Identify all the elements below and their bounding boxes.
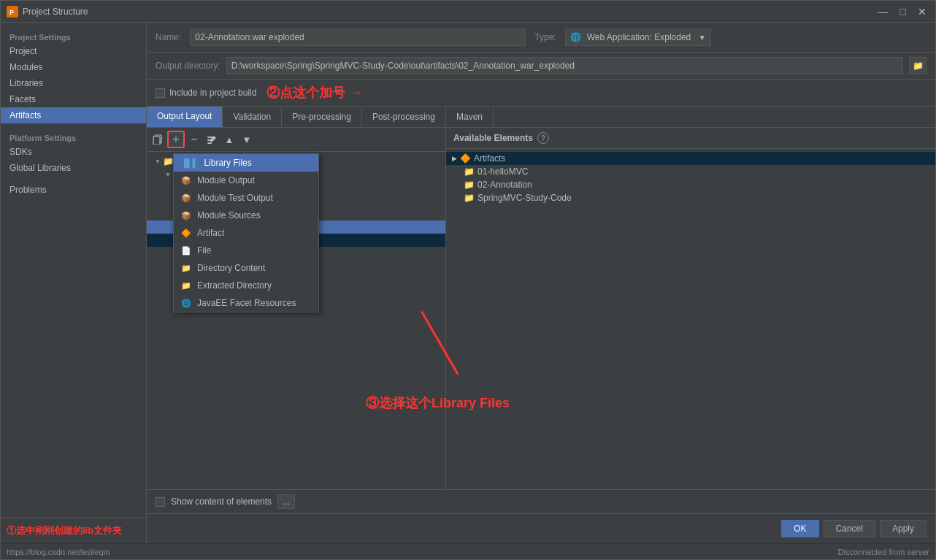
move-down-button[interactable]: ▼ xyxy=(239,131,255,147)
svg-rect-6 xyxy=(207,142,212,144)
sidebar-item-libraries[interactable]: Libraries xyxy=(1,75,146,91)
status-bar: https://blog.csdn.net/lesileqin Disconne… xyxy=(1,543,935,559)
remove-button[interactable]: − xyxy=(186,131,202,147)
output-dir-input[interactable] xyxy=(226,57,903,74)
dropdown-item-javaee-facet-resources[interactable]: 🌐 JavaEE Facet Resources xyxy=(174,294,318,312)
svg-text:P: P xyxy=(9,9,14,16)
add-dropdown-menu: ▐▌▌ Library Files 📦 Module Output 📦 Modu xyxy=(173,153,319,312)
dropdown-item-directory-content[interactable]: 📁 Directory Content xyxy=(174,259,318,277)
dropdown-item-artifact[interactable]: 🔶 Artifact xyxy=(174,224,318,242)
springmvc-folder-icon: 📁 xyxy=(464,193,475,203)
sidebar-item-sdks[interactable]: SDKs xyxy=(1,144,146,160)
project-settings-header: Project Settings xyxy=(1,28,146,43)
browse-button[interactable]: 📁 xyxy=(909,57,927,74)
name-input[interactable] xyxy=(190,28,526,46)
available-elements-panel: Available Elements ? ▶ 🔶 Artifacts xyxy=(446,128,935,489)
sidebar-item-problems[interactable]: Problems xyxy=(1,182,146,198)
available-elements-tree: ▶ 🔶 Artifacts 📁 01-helloMVC xyxy=(446,149,935,489)
browse-icon: 📁 xyxy=(913,61,924,71)
sidebar-item-artifacts[interactable]: Artifacts xyxy=(1,107,146,123)
right-panel: Name: Type: 🌐 Web Application: Exploded … xyxy=(147,23,935,543)
dropdown-item-extracted-directory[interactable]: 📁 Extracted Directory xyxy=(174,277,318,294)
annotation-step2: ②点这个加号 → xyxy=(266,84,362,101)
disconnected-text: Disconnected from server xyxy=(838,548,929,556)
output-dir-label: Output directory: xyxy=(156,61,220,71)
available-elements-header: Available Elements ? xyxy=(446,128,935,149)
main-content: Project Settings Project Modules Librari… xyxy=(1,23,935,543)
dialog-buttons: OK Cancel Apply xyxy=(147,513,935,543)
left-panel: Project Settings Project Modules Librari… xyxy=(1,23,147,543)
tree-toolbar: + − xyxy=(147,128,445,152)
help-icon[interactable]: ? xyxy=(537,132,549,144)
sidebar-item-project[interactable]: Project xyxy=(1,43,146,59)
title-bar: P Project Structure — □ ✕ xyxy=(1,1,935,23)
add-button[interactable]: + xyxy=(167,131,185,148)
include-checkbox[interactable] xyxy=(156,88,165,98)
status-text: https://blog.csdn.net/lesileqin xyxy=(7,548,110,556)
ok-button[interactable]: OK xyxy=(781,520,818,537)
javaee-facet-icon: 🌐 xyxy=(181,299,191,308)
directory-content-icon: 📁 xyxy=(181,264,191,273)
window-controls: — □ ✕ xyxy=(875,6,929,18)
available-node-springmvc[interactable]: 📁 SpringMVC-Study-Code xyxy=(446,191,935,204)
type-select[interactable]: 🌐 Web Application: Exploded ▼ xyxy=(565,28,711,46)
project-structure-window: P Project Structure — □ ✕ Project Settin… xyxy=(0,0,936,560)
annotation-step1: ①选中刚刚创建的lib文件夹 xyxy=(7,525,122,536)
library-files-icon: ▐▌▌ xyxy=(181,158,198,167)
show-content-label: Show content of elements xyxy=(171,496,272,507)
dropdown-item-module-test-output[interactable]: 📦 Module Test Output xyxy=(174,189,318,207)
sidebar-separator xyxy=(1,123,146,129)
move-up-button[interactable]: ▲ xyxy=(221,131,237,147)
more-button[interactable]: ... xyxy=(277,494,295,509)
type-label: Type: xyxy=(534,32,556,42)
sidebar-item-modules[interactable]: Modules xyxy=(1,59,146,75)
tabs-row: Output Layout Validation Pre-processing … xyxy=(147,107,935,128)
artifact-icon2: 🔶 xyxy=(181,229,191,238)
hellomvc-folder-icon: 📁 xyxy=(464,166,475,177)
annotation-folder-icon: 📁 xyxy=(464,180,475,190)
tab-validation[interactable]: Validation xyxy=(223,107,282,126)
annotation-step1-area: ①选中刚刚创建的lib文件夹 xyxy=(1,518,146,543)
cancel-button[interactable]: Cancel xyxy=(824,520,875,537)
include-row: Include in project build ②点这个加号 → xyxy=(147,80,935,107)
expand-icon-root: ▼ xyxy=(153,158,163,165)
include-label: Include in project build xyxy=(169,88,256,98)
artifacts-folder-icon: 🔶 xyxy=(460,153,471,164)
name-type-row: Name: Type: 🌐 Web Application: Exploded … xyxy=(147,23,935,53)
maximize-button[interactable]: □ xyxy=(897,6,909,18)
sidebar-nav: Project Settings Project Modules Librari… xyxy=(1,23,146,518)
sidebar-separator2 xyxy=(1,176,146,182)
root-icon: 📁 xyxy=(163,156,174,166)
expand-icon-artifacts: ▶ xyxy=(452,155,457,162)
dropdown-item-module-sources[interactable]: 📦 Module Sources xyxy=(174,207,318,224)
tab-output-layout[interactable]: Output Layout xyxy=(147,107,223,127)
module-sources-icon2: 📦 xyxy=(181,211,191,220)
extracted-dir-icon: 📁 xyxy=(181,281,191,291)
tab-post-processing[interactable]: Post-processing xyxy=(362,107,446,126)
dropdown-item-file[interactable]: 📄 File xyxy=(174,242,318,259)
tree-content-area: ▼ 📁 <output root> ▼ 📁 WEB-INF xyxy=(147,152,445,489)
window-title: Project Structure xyxy=(23,7,875,17)
edit-button[interactable] xyxy=(204,131,220,147)
show-content-checkbox[interactable] xyxy=(156,497,165,507)
available-node-annotation[interactable]: 📁 02-Annotation xyxy=(446,178,935,191)
copy-button[interactable] xyxy=(150,131,166,147)
expand-icon-webinf: ▼ xyxy=(163,171,173,178)
module-output-icon: 📦 xyxy=(181,176,191,185)
sidebar-item-facets[interactable]: Facets xyxy=(1,91,146,107)
tab-pre-processing[interactable]: Pre-processing xyxy=(282,107,362,126)
close-button[interactable]: ✕ xyxy=(915,6,929,18)
app-icon: P xyxy=(7,6,18,18)
available-node-hellomvc[interactable]: 📁 01-helloMVC xyxy=(446,165,935,178)
file-icon: 📄 xyxy=(181,246,191,256)
minimize-button[interactable]: — xyxy=(875,6,891,18)
available-node-artifacts[interactable]: ▶ 🔶 Artifacts xyxy=(446,152,935,165)
sidebar-item-global-libraries[interactable]: Global Libraries xyxy=(1,160,146,176)
tab-maven[interactable]: Maven xyxy=(446,107,494,126)
platform-settings-header: Platform Settings xyxy=(1,129,146,144)
bottom-bar: Show content of elements ... xyxy=(147,489,935,513)
apply-button[interactable]: Apply xyxy=(880,520,927,537)
dropdown-item-library-files[interactable]: ▐▌▌ Library Files xyxy=(174,154,318,172)
dropdown-item-module-output[interactable]: 📦 Module Output xyxy=(174,172,318,189)
output-layout-content: + − xyxy=(147,128,935,489)
